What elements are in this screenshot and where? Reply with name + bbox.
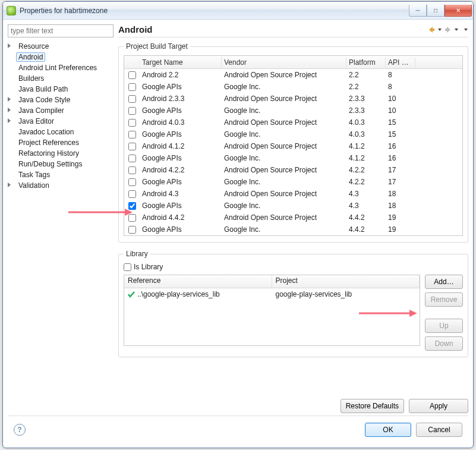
- table-row[interactable]: Google APIsGoogle Inc.4.4.219: [124, 224, 462, 235]
- col-api[interactable]: API Le…: [386, 57, 415, 68]
- cell-vendor: Android Open Source Project: [222, 166, 346, 174]
- table-row[interactable]: Android 4.2.2Android Open Source Project…: [124, 164, 462, 176]
- titlebar[interactable]: Properties for habrtimezone ─ □ ✕: [3, 2, 473, 20]
- tree-item-label: Java Compiler: [16, 106, 67, 115]
- apply-button[interactable]: Apply: [409, 399, 468, 413]
- library-down-button[interactable]: Down: [425, 336, 463, 351]
- is-library-checkbox[interactable]: [124, 263, 131, 271]
- nav-forward-icon[interactable]: [443, 25, 453, 34]
- target-checkbox[interactable]: [128, 119, 136, 127]
- cell-vendor: Android Open Source Project: [222, 142, 346, 150]
- nav-back-icon[interactable]: [427, 25, 436, 34]
- cell-target: Google APIs: [140, 178, 222, 186]
- tree-item-label: Resource: [16, 42, 51, 51]
- library-table[interactable]: Reference Project ..\google-play-service…: [124, 275, 420, 346]
- target-checkbox[interactable]: [128, 214, 136, 222]
- tree-item-label: Javadoc Location: [16, 127, 76, 137]
- category-tree[interactable]: ResourceAndroidAndroid Lint PreferencesB…: [8, 41, 114, 413]
- tree-item-label: Java Editor: [16, 117, 56, 126]
- tree-item[interactable]: Android Lint Preferences: [8, 62, 114, 73]
- tree-item[interactable]: Task Tags: [8, 169, 114, 180]
- tree-item[interactable]: Project References: [8, 137, 114, 148]
- library-row[interactable]: ..\google-play-services_libgoogle-play-s…: [124, 288, 420, 300]
- page-header: Android: [118, 24, 468, 37]
- tree-item[interactable]: Java Code Style: [8, 95, 114, 105]
- lib-col-project[interactable]: Project: [272, 275, 420, 288]
- lib-col-reference[interactable]: Reference: [124, 275, 272, 288]
- table-row[interactable]: Android 4.1.2Android Open Source Project…: [124, 140, 462, 152]
- page-title: Android: [118, 24, 427, 34]
- minimize-button[interactable]: ─: [409, 5, 427, 17]
- tree-item[interactable]: Java Compiler: [8, 105, 114, 116]
- tree-item[interactable]: Run/Debug Settings: [8, 159, 114, 169]
- tree-item-label: Java Code Style: [16, 95, 72, 105]
- col-vendor[interactable]: Vendor: [222, 57, 346, 68]
- help-icon[interactable]: ?: [14, 424, 26, 436]
- close-button[interactable]: ✕: [445, 5, 472, 17]
- page-buttons: Restore Defaults Apply: [118, 396, 468, 413]
- cell-target: Google APIs: [140, 130, 222, 139]
- maximize-button[interactable]: □: [427, 5, 445, 17]
- build-target-table[interactable]: Target Name Vendor Platform API Le… Andr…: [124, 55, 463, 236]
- table-row[interactable]: Google APIsGoogle Inc.2.28: [124, 81, 462, 93]
- library-legend: Library: [124, 250, 150, 258]
- target-checkbox[interactable]: [128, 71, 136, 79]
- col-target[interactable]: Target Name: [140, 57, 222, 68]
- cell-api: 17: [386, 166, 415, 174]
- tree-item[interactable]: Builders: [8, 73, 114, 84]
- table-row[interactable]: Google APIsGoogle Inc.4.318: [124, 200, 462, 212]
- tree-item[interactable]: Refactoring History: [8, 148, 114, 159]
- target-checkbox[interactable]: [128, 202, 136, 210]
- target-checkbox[interactable]: [128, 95, 136, 103]
- table-row[interactable]: Google APIsGoogle Inc.4.0.315: [124, 128, 462, 140]
- cell-target: Google APIs: [140, 154, 222, 162]
- page-menu[interactable]: [464, 25, 468, 34]
- cell-api: 18: [386, 190, 415, 198]
- col-platform[interactable]: Platform: [346, 57, 386, 68]
- table-row[interactable]: Google APIsGoogle Inc.4.2.217: [124, 176, 462, 188]
- library-remove-button[interactable]: Remove: [425, 292, 463, 307]
- target-checkbox[interactable]: [128, 166, 136, 174]
- cell-platform: 4.0.3: [346, 118, 386, 127]
- build-target-legend: Project Build Target: [124, 42, 190, 51]
- target-checkbox[interactable]: [128, 226, 136, 234]
- target-checkbox[interactable]: [128, 107, 136, 115]
- nav-back-menu[interactable]: [437, 25, 442, 34]
- table-row[interactable]: Android 4.3Android Open Source Project4.…: [124, 188, 462, 200]
- table-row[interactable]: Google APIsGoogle Inc.4.1.216: [124, 152, 462, 164]
- target-checkbox[interactable]: [128, 190, 136, 198]
- restore-defaults-button[interactable]: Restore Defaults: [341, 399, 404, 413]
- target-checkbox[interactable]: [128, 178, 136, 186]
- target-checkbox[interactable]: [128, 83, 136, 91]
- app-icon: [7, 6, 16, 15]
- table-row[interactable]: Android 2.2Android Open Source Project2.…: [124, 69, 462, 81]
- cell-vendor: Google Inc.: [222, 154, 346, 162]
- dialog-client: ResourceAndroidAndroid Lint PreferencesB…: [3, 20, 473, 448]
- tree-item-label: Task Tags: [16, 170, 52, 180]
- filter-input[interactable]: [8, 24, 114, 37]
- target-checkbox[interactable]: [128, 155, 136, 162]
- cancel-button[interactable]: Cancel: [416, 423, 462, 437]
- nav-forward-menu[interactable]: [454, 25, 459, 34]
- library-up-button[interactable]: Up: [425, 319, 463, 333]
- tree-item[interactable]: Validation: [8, 180, 114, 191]
- table-header: Target Name Vendor Platform API Le…: [124, 56, 462, 69]
- cell-platform: 4.3: [346, 202, 386, 210]
- cell-vendor: Google Inc.: [222, 225, 346, 234]
- tree-item[interactable]: Java Editor: [8, 116, 114, 127]
- library-inner: Reference Project ..\google-play-service…: [124, 275, 463, 351]
- tree-item[interactable]: Javadoc Location: [8, 127, 114, 137]
- target-checkbox[interactable]: [128, 143, 136, 150]
- table-row[interactable]: Android 4.4.2Android Open Source Project…: [124, 212, 462, 224]
- table-row[interactable]: Android 4.0.3Android Open Source Project…: [124, 117, 462, 128]
- cell-api: 15: [386, 130, 415, 139]
- is-library-row[interactable]: Is Library: [124, 263, 463, 271]
- library-add-button[interactable]: Add…: [425, 275, 463, 289]
- table-row[interactable]: Google APIsGoogle Inc.2.3.310: [124, 105, 462, 117]
- ok-button[interactable]: OK: [365, 423, 411, 437]
- target-checkbox[interactable]: [128, 131, 136, 139]
- tree-item[interactable]: Android: [8, 52, 114, 62]
- tree-item[interactable]: Java Build Path: [8, 84, 114, 95]
- tree-item[interactable]: Resource: [8, 41, 114, 52]
- table-row[interactable]: Android 2.3.3Android Open Source Project…: [124, 93, 462, 105]
